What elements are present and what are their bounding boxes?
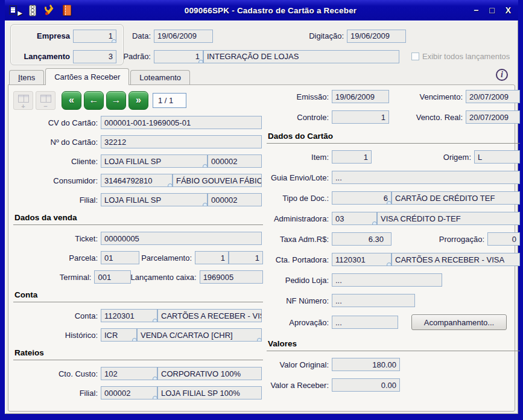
taxa-adm-field[interactable]: 6.30 <box>332 232 391 246</box>
administradora-code-field[interactable]: 03 <box>332 212 377 225</box>
filial-code-field[interactable]: 000002 <box>208 193 262 206</box>
historico-desc-field[interactable]: VENDA C/CARTAO [CHR] <box>137 328 262 342</box>
rateio-filial-label: Filial: <box>13 389 101 398</box>
tab-loteamento[interactable]: Loteamento <box>130 70 190 84</box>
remove-record-button[interactable]: − <box>36 91 55 110</box>
traffic-light-icon[interactable] <box>29 5 36 16</box>
padrao-code-field[interactable]: 1 <box>154 50 203 63</box>
lookup-icon[interactable] <box>152 396 157 399</box>
aprovacao-field[interactable]: ... <box>332 316 398 329</box>
pedido-loja-field[interactable]: ... <box>332 273 442 287</box>
cta-portadora-desc-field[interactable]: CARTÕES A RECEBER - VISA <box>391 253 520 266</box>
parcela-field[interactable]: 01 <box>101 251 139 264</box>
acompanhamento-button[interactable]: Acompanhamento... <box>411 314 507 330</box>
parcelamento-field-2[interactable]: 1 <box>229 251 263 264</box>
origem-field[interactable]: L <box>474 150 520 164</box>
lookup-icon[interactable] <box>386 201 391 205</box>
last-record-button[interactable]: » <box>128 91 148 110</box>
lancamento-caixa-field[interactable]: 1969005 <box>200 270 263 284</box>
vencimento-field[interactable]: 20/07/2009 <box>466 90 520 103</box>
lookup-icon[interactable] <box>202 164 208 168</box>
origem-label: Origem: <box>372 153 474 162</box>
rateio-filial-code-field[interactable]: 000002 <box>101 386 157 399</box>
num-cartao-field[interactable]: 32212 <box>101 135 262 148</box>
consumidor-row: Consumidor: 31464792810 FÁBIO GOUVEIA FÁ… <box>13 174 263 187</box>
valor-original-field[interactable]: 180.00 <box>332 358 400 371</box>
administradora-desc-field[interactable]: VISA CRÉDITO D-TEF <box>377 212 520 225</box>
maximize-button[interactable]: □ <box>489 6 494 14</box>
cto-custo-code-field[interactable]: 102 <box>101 367 157 380</box>
item-field[interactable]: 1 <box>332 150 372 164</box>
cv-cartao-field[interactable]: 000001-001-1969005-01 <box>101 116 262 129</box>
consumidor-code-field[interactable]: 31464792810 <box>101 174 173 187</box>
exibir-todos-label: Exibir todos lançamentos <box>422 52 510 61</box>
add-record-button[interactable]: + <box>13 91 33 110</box>
parcelamento-field-1[interactable]: 1 <box>195 251 229 264</box>
window-body: Empresa 1 Data: 19/06/2009 Digitação: 19… <box>5 21 518 414</box>
padrao-label: Padrão: <box>116 52 154 61</box>
info-icon[interactable]: i <box>496 69 508 81</box>
previous-record-button[interactable]: ← <box>84 91 104 110</box>
tab-itens[interactable]: Itens <box>9 70 44 84</box>
exibir-todos-checkbox[interactable] <box>411 52 419 60</box>
historico-code-field[interactable]: ICR <box>101 328 137 342</box>
lancamento-field[interactable]: 3 <box>73 50 116 63</box>
lookup-icon[interactable] <box>152 319 157 322</box>
tab-cartoes-a-receber[interactable]: Cartões a Receber <box>45 68 129 85</box>
lookup-icon[interactable] <box>167 183 173 187</box>
minimize-button[interactable]: − <box>474 6 478 14</box>
lookup-icon[interactable] <box>152 377 157 380</box>
terminal-field[interactable]: 001 <box>94 270 130 284</box>
data-label: Data: <box>116 31 154 40</box>
valor-receber-field[interactable]: 0.00 <box>332 378 400 392</box>
ticket-row: Ticket: 00000005 <box>13 232 263 245</box>
conta-desc-field[interactable]: CARTÕES A RECEBER - VISA <box>157 309 262 322</box>
lookup-icon[interactable] <box>111 39 116 43</box>
nf-numero-field[interactable]: ... <box>332 294 415 307</box>
cta-portadora-row: Cta. Portadora: 1120301 CARTÕES A RECEBE… <box>267 253 520 266</box>
lookup-icon[interactable] <box>202 203 208 206</box>
cta-portadora-code-field[interactable]: 1120301 <box>332 253 391 266</box>
wrench-icon[interactable] <box>43 4 55 16</box>
cto-custo-desc-field[interactable]: CORPORATIVO 100% <box>157 367 262 380</box>
lookup-icon[interactable] <box>372 221 377 225</box>
lookup-icon[interactable] <box>256 338 262 342</box>
rateio-filial-desc-field[interactable]: LOJA FILIAL SP 100% <box>157 386 262 399</box>
consumidor-name-field[interactable]: FÁBIO GOUVEIA FÁBIO GOUVEI <box>173 174 262 187</box>
controle-label: Controle: <box>267 113 332 122</box>
conta-label: Conta: <box>13 311 101 320</box>
data-field[interactable]: 19/06/2009 <box>154 30 213 43</box>
nf-numero-row: NF Número: ... <box>267 294 520 307</box>
administradora-row: Administradora: 03 VISA CRÉDITO D-TEF <box>267 212 520 225</box>
tipo-doc-desc-field[interactable]: CARTÃO DE CRÉDITO TEF <box>391 191 520 205</box>
close-button[interactable]: X <box>506 6 511 14</box>
cto-custo-row: Cto. Custo: 102 CORPORATIVO 100% <box>13 367 263 380</box>
valores-header: Valores <box>267 339 520 351</box>
conta-code-field[interactable]: 1120301 <box>101 309 157 322</box>
lookup-icon[interactable] <box>198 60 203 63</box>
lancamento-label: Lançamento <box>8 52 73 61</box>
cliente-code-field[interactable]: 000002 <box>208 154 262 168</box>
conta-row: Conta: 1120301 CARTÕES A RECEBER - VISA <box>13 309 263 322</box>
guia-envio-field[interactable]: ... <box>332 171 520 184</box>
digitacao-field[interactable]: 19/06/2009 <box>347 30 406 43</box>
ticket-field[interactable]: 00000005 <box>101 232 262 245</box>
cliente-name-field[interactable]: LOJA FILIAL SP <box>101 154 208 168</box>
filial-name-field[interactable]: LOJA FILIAL SP <box>101 193 208 206</box>
empresa-field[interactable]: 1 <box>73 30 116 43</box>
tipo-doc-code-field[interactable]: 6 <box>332 191 391 205</box>
vencto-real-field[interactable]: 20/07/2009 <box>466 110 520 124</box>
notebook-icon[interactable] <box>63 5 71 16</box>
valor-receber-label: Valor a Receber: <box>267 381 332 390</box>
exit-icon[interactable]: ▶ <box>8 4 21 16</box>
lookup-icon[interactable] <box>386 262 391 266</box>
controle-field[interactable]: 1 <box>332 110 389 124</box>
first-record-button[interactable]: « <box>62 91 81 110</box>
right-column: Emissão: 19/06/2009 Vencimento: 20/07/20… <box>267 90 520 399</box>
padrao-desc-field[interactable]: INTEGRAÇÃO DE LOJAS <box>203 50 399 63</box>
next-record-button[interactable]: → <box>106 91 126 110</box>
lookup-icon[interactable] <box>132 338 137 342</box>
prorrogacao-field[interactable]: 0 <box>487 232 520 246</box>
tipo-doc-row: Tipo de Doc.: 6 CARTÃO DE CRÉDITO TEF <box>267 191 520 205</box>
emissao-field[interactable]: 19/06/2009 <box>332 90 389 103</box>
